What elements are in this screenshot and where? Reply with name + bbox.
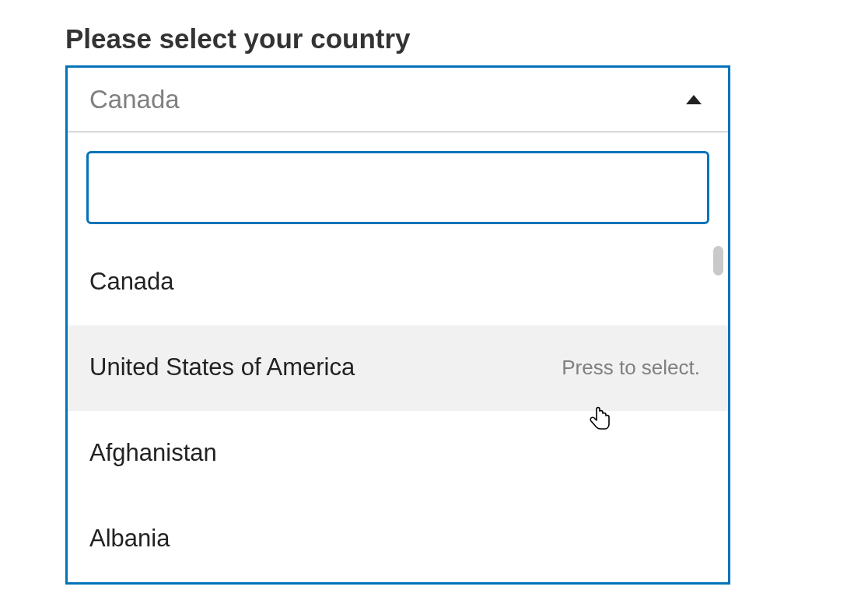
field-label: Please select your country (65, 23, 803, 54)
option-label: Albania (89, 525, 170, 553)
option-label: Canada (89, 268, 174, 296)
chevron-up-icon (686, 95, 702, 104)
options-list: Canada United States of America Press to… (68, 240, 728, 582)
option-canada[interactable]: Canada (68, 240, 728, 325)
search-wrapper (68, 132, 728, 240)
option-afghanistan[interactable]: Afghanistan (68, 411, 728, 497)
search-input[interactable] (86, 151, 709, 224)
country-dropdown: Canada Canada United States of America P… (65, 65, 730, 585)
country-select-container: Please select your country Canada Canada… (0, 0, 868, 585)
option-united-states[interactable]: United States of America Press to select… (68, 325, 728, 411)
hover-hint: Press to select. (562, 356, 700, 380)
option-label: United States of America (89, 353, 355, 381)
dropdown-header[interactable]: Canada (68, 68, 728, 132)
selected-value: Canada (89, 85, 180, 114)
option-label: Afghanistan (89, 439, 217, 467)
option-albania[interactable]: Albania (68, 497, 728, 582)
